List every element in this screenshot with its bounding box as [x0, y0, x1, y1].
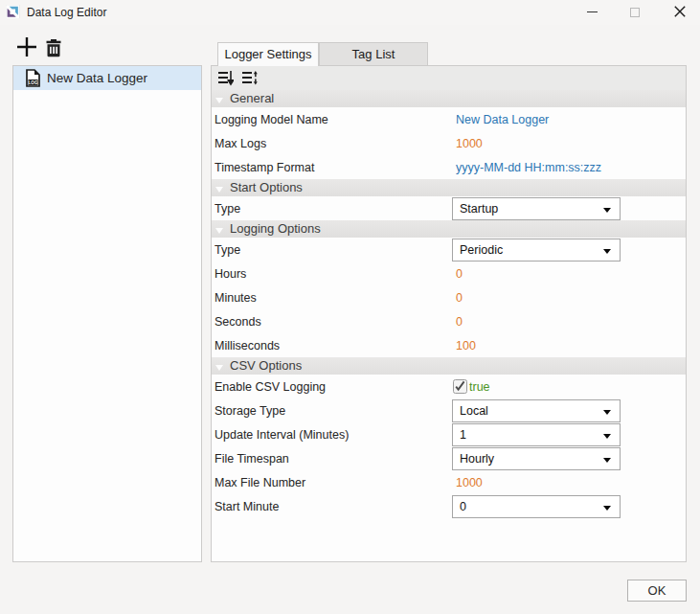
svg-text:LOG: LOG — [29, 80, 38, 85]
